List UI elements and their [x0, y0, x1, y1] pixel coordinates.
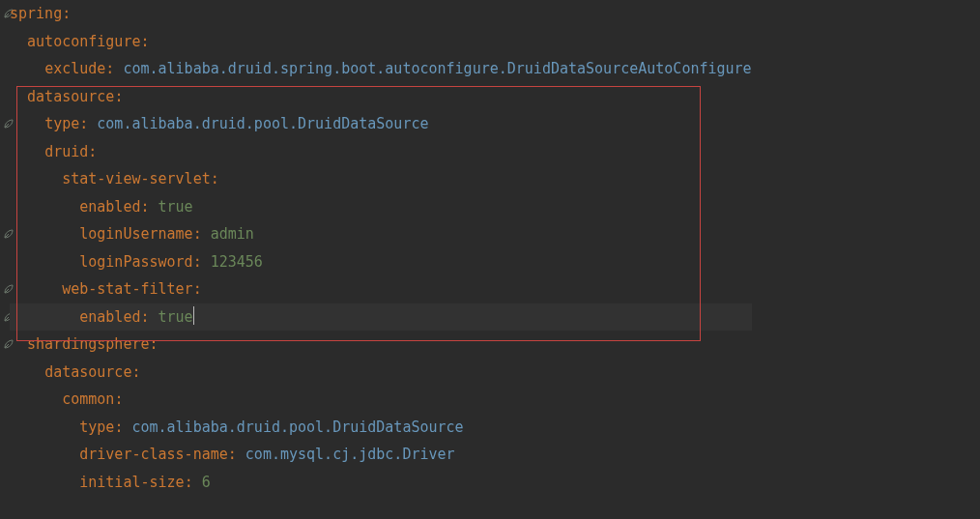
code-line[interactable]: type: com.alibaba.druid.pool.DruidDataSo…	[10, 110, 752, 138]
code-line[interactable]: loginPassword: 123456	[10, 248, 752, 276]
code-line[interactable]: driver-class-name: com.mysql.cj.jdbc.Dri…	[10, 441, 752, 469]
code-line[interactable]: datasource:	[10, 359, 752, 387]
yaml-key: datasource	[27, 88, 114, 105]
colon: :	[185, 474, 193, 491]
colon: :	[228, 446, 237, 463]
code-line[interactable]: spring:	[10, 0, 752, 28]
colon: :	[62, 5, 71, 22]
colon: :	[79, 115, 88, 132]
yaml-value: 6	[202, 474, 211, 491]
yaml-key: type	[79, 418, 114, 436]
yaml-value: com.mysql.cj.jdbc.Driver	[245, 446, 455, 463]
code-line[interactable]: type: com.alibaba.druid.pool.DruidDataSo…	[10, 414, 752, 442]
yaml-key: loginUsername	[79, 225, 192, 243]
colon: :	[140, 33, 149, 50]
code-line[interactable]: stat-view-servlet:	[10, 165, 752, 193]
yaml-key: spring	[10, 5, 62, 22]
yaml-key: shardingsphere	[27, 335, 149, 353]
colon: :	[114, 418, 123, 436]
colon: :	[193, 225, 202, 243]
yaml-key: type	[44, 115, 79, 132]
colon: :	[193, 280, 202, 298]
yaml-key: initial-size	[79, 474, 184, 491]
yaml-key: stat-view-servlet	[62, 170, 211, 187]
yaml-key: web-stat-filter	[62, 280, 192, 298]
code-line[interactable]: loginUsername: admin	[10, 220, 752, 248]
colon: :	[193, 253, 202, 271]
colon: :	[140, 198, 149, 216]
colon: :	[131, 363, 140, 381]
yaml-key: autoconfigure	[27, 33, 140, 50]
colon: :	[114, 88, 123, 105]
code-line[interactable]: druid:	[10, 138, 752, 166]
yaml-key: enabled	[79, 198, 140, 216]
code-line[interactable]: datasource:	[10, 83, 752, 111]
text-caret	[193, 306, 194, 325]
code-line[interactable]: initial-size: 6	[10, 469, 752, 497]
code-line[interactable]: enabled: true	[10, 303, 752, 332]
code-line[interactable]: web-stat-filter:	[10, 275, 752, 303]
code-area[interactable]: spring: autoconfigure: exclude: com.alib…	[0, 0, 752, 496]
yaml-value: true	[159, 308, 193, 326]
yaml-key: loginPassword	[79, 253, 192, 271]
code-editor[interactable]: spring: autoconfigure: exclude: com.alib…	[0, 0, 980, 519]
colon: :	[105, 60, 114, 77]
colon: :	[150, 335, 159, 353]
code-line[interactable]: autoconfigure:	[10, 28, 752, 56]
yaml-key: driver-class-name	[79, 446, 228, 463]
colon: :	[88, 143, 97, 160]
yaml-key: exclude	[44, 60, 105, 77]
yaml-key: datasource	[44, 363, 131, 381]
code-line[interactable]: common:	[10, 386, 752, 414]
code-line[interactable]: exclude: com.alibaba.druid.spring.boot.a…	[10, 55, 752, 83]
code-line[interactable]: enabled: true	[10, 193, 752, 221]
yaml-value: com.alibaba.druid.spring.boot.autoconfig…	[123, 60, 751, 77]
yaml-value: 123456	[211, 253, 263, 271]
code-line[interactable]: shardingsphere:	[10, 331, 752, 359]
yaml-value: true	[159, 198, 193, 216]
yaml-key: enabled	[79, 308, 140, 326]
yaml-value: com.alibaba.druid.pool.DruidDataSource	[131, 418, 463, 436]
colon: :	[211, 170, 219, 187]
yaml-key: common	[62, 390, 114, 408]
colon: :	[140, 308, 149, 326]
colon: :	[114, 390, 123, 408]
yaml-value: com.alibaba.druid.pool.DruidDataSource	[97, 115, 428, 132]
yaml-key: druid	[44, 143, 88, 160]
yaml-value: admin	[211, 225, 254, 243]
